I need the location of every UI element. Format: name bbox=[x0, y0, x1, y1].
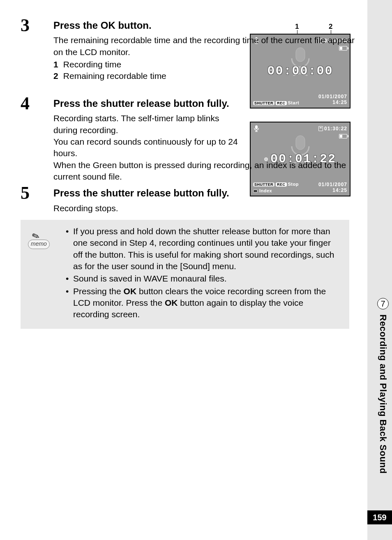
step-5: 5 Press the shutter release button fully… bbox=[21, 184, 357, 214]
page-number: 159 bbox=[367, 510, 392, 524]
step-text: Recording stops. bbox=[53, 203, 357, 214]
ok-label: OK bbox=[165, 298, 178, 307]
step-text: You can record sounds continuously for u… bbox=[53, 136, 238, 159]
memo-box: ✎ memo If you press and hold down the sh… bbox=[21, 220, 349, 329]
step-title: Press the shutter release button fully. bbox=[53, 97, 234, 110]
chapter-tab: 7 Recording and Playing Back Sound bbox=[377, 298, 389, 474]
step-4: 4 Press the shutter release button fully… bbox=[21, 95, 357, 182]
step-number: 5 bbox=[21, 184, 53, 214]
memo-icon: ✎ memo bbox=[28, 225, 57, 249]
chapter-title: Recording and Playing Back Sound bbox=[378, 314, 388, 474]
step-text: Recording starts. The self-timer lamp bl… bbox=[53, 113, 238, 136]
step-3: 3 Press the OK button. The remaining rec… bbox=[21, 16, 357, 82]
chapter-number: 7 bbox=[377, 298, 389, 309]
step-sublist: 1 Recording time 2 Remaining recordable … bbox=[53, 59, 357, 82]
memo-bullet: If you press and hold down the shutter r… bbox=[66, 226, 341, 272]
memo-bullet: Pressing the OK button clears the voice … bbox=[66, 286, 341, 321]
memo-bullet: Sound is saved in WAVE monaural files. bbox=[66, 273, 341, 284]
step-number: 3 bbox=[21, 16, 53, 82]
step-text: When the Green button is pressed during … bbox=[53, 159, 349, 183]
step-title: Press the shutter release button fully. bbox=[53, 187, 357, 200]
ok-label: OK bbox=[101, 20, 115, 31]
step-number: 4 bbox=[21, 95, 53, 182]
ok-label: OK bbox=[124, 286, 137, 296]
step-text: The remaining recordable time and the re… bbox=[53, 35, 357, 58]
step-title: Press the OK button. bbox=[53, 19, 357, 32]
